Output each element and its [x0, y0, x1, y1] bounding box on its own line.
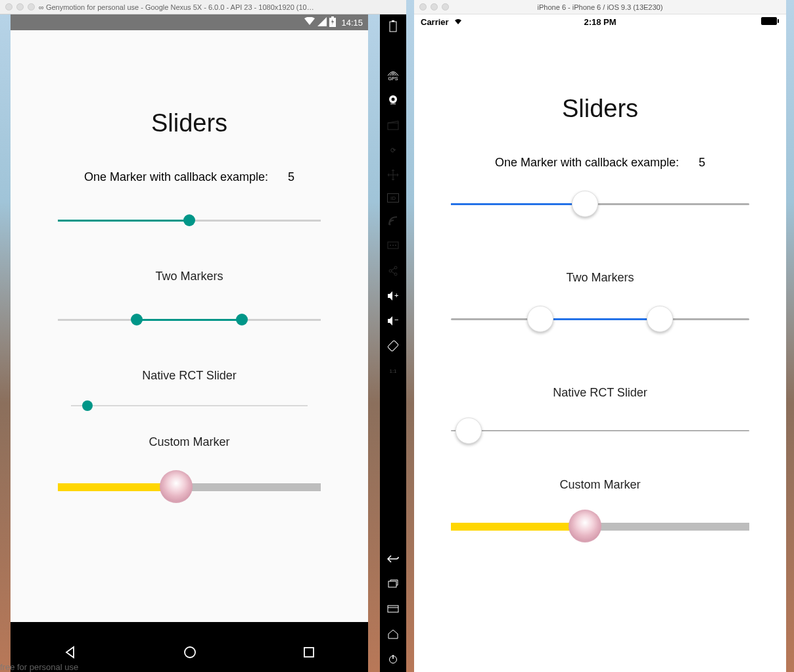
recents-button[interactable] [302, 646, 315, 661]
slider1-label: One Marker with callback example: [495, 156, 679, 170]
android-screen: 14:15 Sliders One Marker with callback e… [11, 14, 368, 622]
svg-rect-4 [390, 22, 396, 32]
volume-down-icon[interactable]: − [386, 314, 400, 327]
zoom-dot[interactable] [28, 3, 35, 11]
home-tool-icon[interactable] [386, 627, 400, 640]
slider-two-markers[interactable] [58, 310, 321, 329]
slider-thumb[interactable] [183, 214, 195, 226]
slider-track-bg [451, 430, 749, 431]
slider-custom-marker[interactable] [451, 508, 749, 541]
menu-tool-icon[interactable] [386, 602, 400, 615]
back-tool-icon[interactable] [386, 552, 400, 565]
slider-track-active [451, 203, 585, 205]
move-icon[interactable] [386, 168, 400, 181]
slider-custom-marker[interactable] [58, 469, 321, 502]
sms-icon[interactable] [386, 239, 400, 252]
slider-thumb-low[interactable] [527, 306, 553, 332]
power-icon[interactable] [386, 652, 400, 665]
genymotion-toolbar: GPS ⟳ ID + − 1:1 [380, 14, 406, 672]
svg-point-12 [392, 245, 394, 246]
zoom-dot[interactable] [442, 3, 449, 11]
svg-point-9 [389, 224, 391, 226]
wifi-icon [453, 17, 463, 27]
page-title: Sliders [451, 95, 749, 123]
orientation-icon[interactable] [386, 339, 400, 352]
battery-icon[interactable] [386, 20, 400, 33]
svg-rect-5 [392, 20, 394, 22]
multitask-tool-icon[interactable] [386, 577, 400, 590]
id-icon[interactable]: ID [387, 193, 399, 203]
slider1-label-row: One Marker with callback example: 5 [58, 170, 321, 184]
watermark-text: free for personal use [0, 662, 78, 672]
svg-point-2 [185, 647, 195, 658]
close-dot[interactable] [419, 3, 427, 11]
signal-icon [317, 17, 327, 28]
webcam-icon[interactable] [386, 93, 400, 107]
svg-point-13 [395, 245, 396, 246]
android-statusbar: 14:15 [11, 14, 368, 30]
slider-track-active [540, 318, 660, 320]
slider-thumb[interactable] [455, 418, 482, 444]
minimize-dot[interactable] [431, 3, 438, 11]
slider-two-markers[interactable] [451, 304, 749, 333]
slider1-label: One Marker with callback example: [84, 170, 268, 184]
slider3-label: Native RCT Slider [451, 386, 749, 400]
clapper-icon[interactable] [386, 118, 400, 132]
rotate-icon[interactable]: ⟳ [386, 143, 400, 156]
slider3-label: Native RCT Slider [58, 369, 321, 383]
back-button[interactable] [63, 645, 78, 662]
svg-rect-21 [388, 606, 398, 612]
slider-thumb-high[interactable] [236, 314, 248, 325]
ios-app-content: Sliders One Marker with callback example… [414, 95, 786, 541]
fullscreen-icon[interactable]: 1:1 [386, 364, 400, 377]
slider4-label: Custom Marker [58, 435, 321, 449]
slider-track-active [137, 319, 242, 321]
slider1-value: 5 [699, 156, 705, 170]
window-title: iPhone 6 - iPhone 6 / iOS 9.3 (13E230) [538, 3, 663, 11]
ios-window-titlebar[interactable]: iPhone 6 - iPhone 6 / iOS 9.3 (13E230) [414, 0, 786, 14]
svg-rect-20 [388, 581, 396, 587]
native-rct-slider[interactable] [71, 396, 308, 416]
window-title: ∞ Genymotion for personal use - Google N… [39, 3, 314, 11]
volume-up-icon[interactable]: + [386, 289, 400, 302]
rss-icon[interactable] [386, 214, 400, 228]
minimize-dot[interactable] [16, 3, 24, 11]
close-dot[interactable] [5, 3, 12, 11]
svg-text:+: + [394, 291, 398, 299]
svg-rect-19 [388, 341, 399, 352]
svg-rect-23 [761, 17, 777, 25]
carrier-label: Carrier [421, 17, 449, 27]
home-button[interactable] [183, 645, 197, 662]
svg-text:−: − [394, 316, 398, 324]
svg-rect-24 [778, 19, 779, 23]
slider-one-marker[interactable] [451, 189, 749, 218]
native-rct-slider[interactable] [451, 416, 749, 445]
slider4-label: Custom Marker [451, 478, 749, 492]
share-icon[interactable] [386, 264, 400, 277]
android-window-titlebar[interactable]: ∞ Genymotion for personal use - Google N… [0, 0, 406, 14]
svg-point-7 [392, 98, 395, 101]
slider-track-active [58, 483, 176, 491]
statusbar-time: 14:15 [341, 18, 363, 28]
diamond-thumb-icon[interactable] [569, 510, 601, 542]
svg-point-11 [390, 245, 391, 246]
slider-thumb-low[interactable] [131, 314, 143, 325]
svg-rect-8 [388, 123, 398, 130]
slider1-value: 5 [288, 170, 294, 184]
diamond-thumb-icon[interactable] [160, 470, 193, 503]
slider-thumb[interactable] [572, 191, 598, 217]
slider-one-marker[interactable] [58, 210, 321, 230]
ios-statusbar: Carrier 2:18 PM [414, 14, 786, 29]
android-emulator-window: ∞ Genymotion for personal use - Google N… [0, 0, 406, 672]
slider-thumb[interactable] [82, 400, 93, 411]
statusbar-time: 2:18 PM [584, 17, 616, 27]
slider-track-bg [71, 405, 308, 406]
slider-track-active [58, 220, 189, 222]
slider1-label-row: One Marker with callback example: 5 [451, 156, 749, 170]
slider-thumb-high[interactable] [647, 306, 673, 332]
battery-charging-icon [329, 16, 336, 29]
slider2-label: Two Markers [58, 270, 321, 283]
android-device-frame: 14:15 Sliders One Marker with callback e… [11, 14, 368, 672]
gps-icon[interactable]: GPS [386, 68, 400, 82]
page-title: Sliders [58, 109, 321, 137]
